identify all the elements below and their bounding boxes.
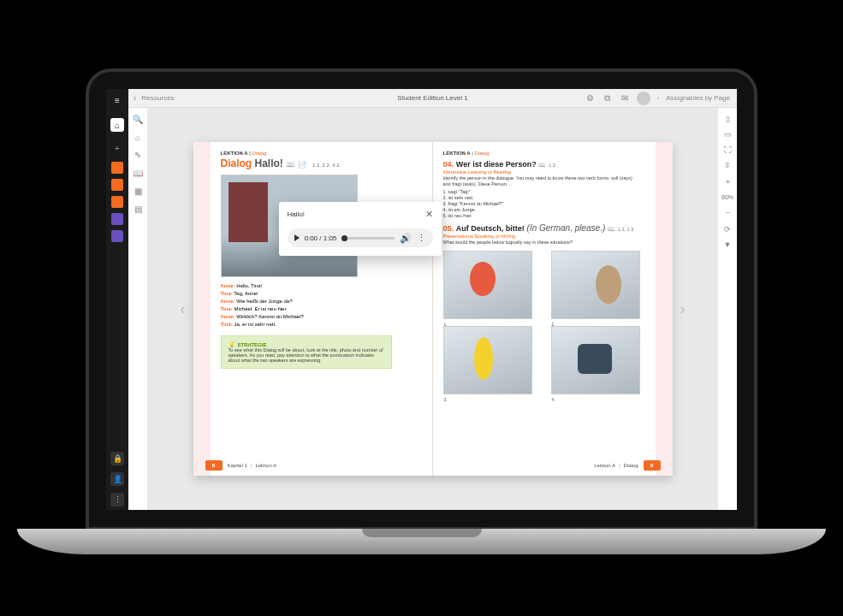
footer-chapter: Kapitel 1 [228, 463, 247, 468]
page-number: 8 [205, 460, 223, 471]
fit-icon[interactable]: ⛶ [724, 145, 732, 154]
popup-title: Hallo! [288, 210, 305, 218]
next-page-button[interactable]: › [673, 299, 693, 319]
dialog-line: Anne: Wirklich? Kennst du Michael? [221, 313, 375, 321]
dialog-line: Tina: Tag, Anne! [221, 290, 375, 298]
book-icon[interactable]: 📖 [608, 226, 615, 232]
spread-icon[interactable]: ▭ [724, 130, 732, 139]
footer-dialog: Dialog [623, 463, 638, 468]
caption: 4. [552, 397, 555, 402]
book-icon[interactable]: 📖 [538, 162, 546, 168]
section-number: 05. [443, 224, 454, 233]
single-page-icon[interactable]: ▯ [726, 115, 730, 123]
section-title: Auf Deutsch, bitte! [456, 224, 525, 233]
section-number: 04. [443, 160, 454, 169]
screen: ≡ ⌂ + 🔒 👤 ⋮ ‹ Resources Student Edition … [106, 89, 737, 510]
swatch-4[interactable] [111, 213, 123, 225]
layers-icon[interactable]: ▤ [134, 204, 142, 214]
page-footer-left: 8 Kapitel 1 | Lektion A [193, 460, 432, 471]
book-spread: LEKTION A | Dialog Dialog Hallo! 📖 📄 1.2… [193, 142, 673, 476]
list-item: 4. ist ein Junge. [443, 207, 640, 212]
swatch-2[interactable] [111, 179, 123, 191]
search-icon[interactable]: 🔍 [133, 115, 143, 124]
situation-thumb: 4. [551, 326, 640, 394]
section-desc: Identify the person in the dialogue. You… [443, 175, 640, 187]
user-icon[interactable]: 👤 [110, 472, 124, 486]
dialog-line: Anne: Hallo, Tina! [221, 282, 375, 290]
audio-popup: Hallo! ✕ 0:00 / 1:05 🔊 ⋮ [279, 202, 442, 256]
home-icon[interactable]: ⌂ [110, 118, 124, 132]
zoom-in-icon[interactable]: ＋ [724, 176, 732, 187]
audio-player[interactable]: 0:00 / 1:05 🔊 ⋮ [288, 228, 433, 247]
standards-meta: 1.2, 2.2, 4.2 [312, 163, 340, 168]
laptop-base [17, 529, 826, 554]
play-icon[interactable] [294, 234, 300, 241]
section-title: Wer ist diese Person? [456, 160, 537, 169]
swatch-5[interactable] [111, 230, 123, 242]
book-icon[interactable]: 📖 [133, 169, 143, 178]
reader-area: ‹ LEKTION A | Dialog Dialog Hallo! 📖 📄 [147, 108, 718, 510]
section-05: 05. Auf Deutsch, bitte! (In German, plea… [443, 223, 640, 246]
lock-icon[interactable]: 🔒 [110, 452, 124, 465]
situation-thumb: 3. [443, 326, 532, 394]
section-paren: (In German, please.) [527, 223, 606, 233]
dialog-lines: Anne: Hallo, Tina! Tina: Tag, Anne! Anne… [221, 282, 375, 329]
section-meta: 1.2, 1.3 [618, 227, 633, 232]
gear-icon[interactable]: ⚙ [585, 93, 596, 104]
photo-grid: 1. 2. 3. 4. [443, 251, 640, 394]
volume-icon[interactable]: 🔊 [400, 233, 412, 244]
external-icon[interactable]: ⧉ [603, 93, 613, 104]
caption: 3. [444, 397, 448, 402]
zoom-out-icon[interactable]: － [724, 207, 732, 218]
list-item: 3. fragt "Kennst du Michael?" [443, 201, 640, 206]
add-icon[interactable]: + [111, 142, 123, 154]
terminal-icon[interactable]: ≡ [111, 94, 123, 106]
heading-word1: Dialog [221, 157, 252, 169]
page-right: LEKTION A | Dialog 04. Wer ist diese Per… [433, 142, 673, 476]
section-04: 04. Wer ist diese Person? 📖 1.2 Interpre… [443, 159, 640, 218]
mail-icon[interactable]: ✉ [620, 93, 630, 104]
down-icon[interactable]: ▼ [724, 240, 732, 249]
strategy-box: STRATEGIE To see what this Dialog will b… [221, 335, 392, 369]
pencil-icon[interactable]: ✎ [134, 151, 141, 160]
strategy-body: To see what this Dialog will be about, l… [229, 347, 384, 363]
scroll-icon[interactable]: ⇳ [724, 161, 731, 169]
footer-lektion: Lektion A [255, 463, 276, 468]
swatch-1[interactable] [111, 162, 123, 174]
list-item: 2. ist sehr nett. [443, 195, 640, 200]
section-sub: Presentational Speaking or Writing [443, 234, 640, 239]
section-meta: 1.2 [549, 163, 555, 168]
audio-track[interactable] [341, 237, 394, 240]
dialog-line: Tina: Ja, er ist sehr nett. [221, 321, 375, 329]
page-title: Student Edition Level 1 [397, 94, 467, 102]
situation-thumb: 2. [551, 251, 640, 319]
list-item: 1. sagt "Tag!" [443, 189, 640, 194]
page-footer-right: Lektion A | Dialog 9 [433, 460, 673, 471]
laptop-frame: ≡ ⌂ + 🔒 👤 ⋮ ‹ Resources Student Edition … [86, 68, 757, 530]
avatar[interactable] [637, 92, 650, 105]
grid-icon[interactable]: ▦ [134, 187, 142, 196]
header-bar: ‹ Resources Student Edition Level 1 ⚙ ⧉ … [128, 89, 737, 108]
close-icon[interactable]: ✕ [425, 209, 433, 220]
breadcrumb-resources[interactable]: Resources [141, 94, 174, 102]
lektion-breadcrumb: LEKTION A | Dialog [221, 151, 432, 156]
page-heading: Dialog Hallo! 📖 📄 1.2, 2.2, 4.2 [221, 157, 432, 169]
prev-page-button[interactable]: ‹ [173, 299, 193, 319]
view-column: ▯ ▭ ⛶ ⇳ ＋ 80% － ⟳ ▼ [718, 108, 737, 510]
lektion-breadcrumb: LEKTION A | Dialog [443, 151, 673, 156]
crumb-lektion: LEKTION A [443, 151, 471, 156]
reload-icon[interactable]: ⟳ [724, 225, 731, 234]
section-sub: Interpretive Listening or Reading [443, 169, 640, 175]
contents-icon[interactable]: ⌂ [135, 133, 140, 142]
situation-thumb: 1. [443, 251, 532, 319]
heading-word2: Hallo! [255, 157, 283, 169]
swatch-3[interactable] [111, 196, 123, 208]
more-icon[interactable]: ⋮ [417, 233, 426, 244]
strategy-head: STRATEGIE [229, 341, 384, 347]
back-chevron-icon[interactable]: ‹ [134, 93, 136, 103]
crumb-lektion: LEKTION A [221, 151, 248, 156]
book-icon[interactable]: 📖 [286, 161, 294, 169]
assignables-link[interactable]: Assignables by Page [666, 94, 730, 102]
page-icon[interactable]: 📄 [298, 161, 306, 169]
more-icon[interactable]: ⋮ [110, 493, 124, 506]
